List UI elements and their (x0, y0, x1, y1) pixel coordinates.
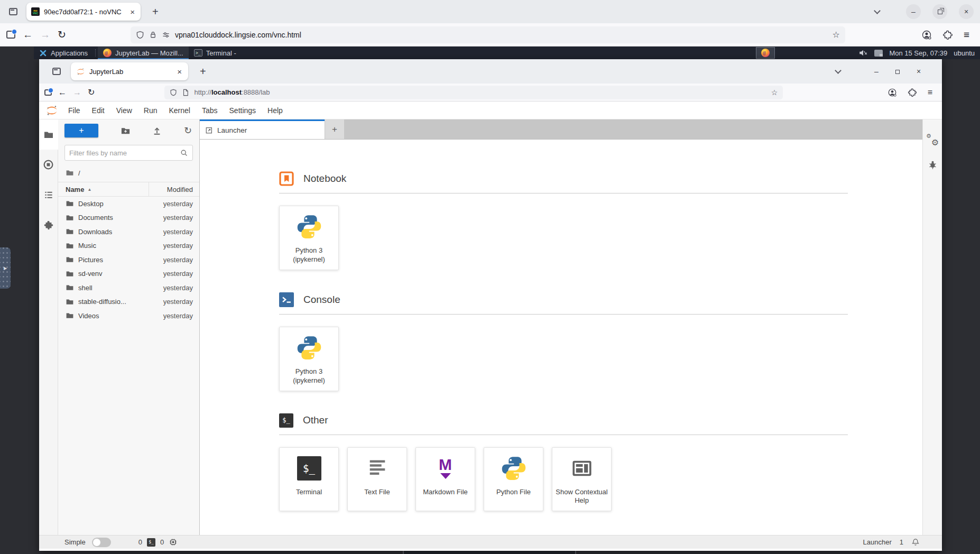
file-row[interactable]: Picturesyesterday (58, 253, 199, 267)
firefox-view-button[interactable] (5, 4, 21, 20)
host-maximize-button[interactable] (932, 4, 947, 19)
menu-settings[interactable]: Settings (224, 106, 262, 115)
app-menu-icon[interactable]: ≡ (928, 88, 932, 97)
tray-firefox-button[interactable] (756, 47, 775, 59)
breadcrumb[interactable]: / (58, 166, 199, 182)
section-title: Other (303, 414, 328, 426)
sidebar-tab-file-browser[interactable] (39, 119, 58, 150)
panel-clock[interactable]: Mon 15 Sep, 07:39 (889, 49, 947, 57)
host-close-button[interactable]: × (959, 4, 974, 19)
menu-kernel[interactable]: Kernel (163, 106, 196, 115)
launcher-card-python-file[interactable]: Python File (484, 447, 543, 512)
file-row[interactable]: Documentsyesterday (58, 211, 199, 225)
file-row[interactable]: Desktopyesterday (58, 197, 199, 211)
host-sidebar-toggle-button[interactable] (6, 31, 15, 39)
launcher-card-show-contextual-help[interactable]: Show Contextual Help (552, 447, 612, 512)
host-tab-close-icon[interactable]: × (129, 7, 136, 16)
file-list: DesktopyesterdayDocumentsyesterdayDownlo… (58, 197, 199, 535)
menu-edit[interactable]: Edit (86, 106, 110, 115)
sidebar-tab-table-of-contents[interactable] (39, 180, 58, 210)
task-button-terminal[interactable]: >_ Terminal - (189, 47, 242, 59)
new-launcher-button[interactable]: + (64, 124, 98, 137)
file-row[interactable]: stable-diffusio...yesterday (58, 295, 199, 309)
permissions-icon (162, 31, 170, 39)
breadcrumb-root: / (78, 169, 80, 177)
column-header-name[interactable]: Name ▲ (58, 186, 149, 193)
launcher-card-terminal[interactable]: $_Terminal (279, 447, 339, 512)
refresh-icon[interactable]: ↻ (184, 125, 192, 136)
launcher-card-text-file[interactable]: Text File (347, 447, 407, 512)
add-tab-button[interactable]: + (325, 119, 344, 139)
firefox-new-tab-button[interactable]: + (197, 66, 209, 78)
host-back-button[interactable]: ← (23, 29, 33, 41)
sidebar-tab-running[interactable] (39, 150, 58, 180)
file-row[interactable]: Musicyesterday (58, 239, 199, 253)
file-row[interactable]: Downloadsyesterday (58, 225, 199, 239)
firefox-tab-close-icon[interactable]: × (176, 67, 183, 76)
tab-list-chevron-icon[interactable] (874, 7, 881, 14)
applications-menu-button[interactable]: Applications (34, 47, 93, 59)
file-browser-toolbar: + ↻ (58, 119, 199, 142)
menu-help[interactable]: Help (262, 106, 289, 115)
section-header: Console (279, 292, 848, 307)
file-row[interactable]: shellyesterday (58, 281, 199, 295)
firefox-maximize-button[interactable] (887, 67, 908, 76)
host-tab-novnc[interactable]: noVNC 90ec7dd0af72:1 - noVNC × (26, 3, 141, 21)
launcher-card-markdown-file[interactable]: M Markdown File (415, 447, 475, 512)
firefox-tab-list-chevron-icon[interactable] (835, 67, 842, 74)
shield-icon (136, 31, 144, 39)
simple-mode-toggle[interactable] (92, 538, 111, 547)
card-label: Markdown File (423, 488, 468, 497)
firefox-view-button-inner[interactable] (49, 63, 64, 79)
column-header-modified[interactable]: Modified (149, 182, 199, 196)
account-icon[interactable] (887, 88, 897, 97)
extensions-puzzle-icon[interactable] (908, 88, 917, 97)
sidebar-tab-extensions[interactable] (39, 210, 58, 240)
menu-run[interactable]: Run (138, 106, 163, 115)
app-menu-icon[interactable]: ≡ (964, 29, 969, 41)
host-reload-button[interactable]: ↻ (58, 29, 66, 41)
section-title: Notebook (303, 173, 346, 184)
host-forward-button[interactable]: → (40, 29, 50, 41)
host-url-bar[interactable]: vpna01clouddock.lingsie.com/vnc.html ☆ (131, 26, 845, 43)
launcher-card-python-3-ipykernel[interactable]: Python 3 (ipykernel) (279, 327, 339, 391)
tab-launcher[interactable]: Launcher (200, 119, 325, 139)
firefox-reload-button[interactable]: ↻ (88, 87, 95, 97)
panel-drawer-handle[interactable]: ▶ (0, 247, 11, 289)
debugger-bug-icon[interactable] (928, 160, 938, 170)
menu-tabs[interactable]: Tabs (196, 106, 224, 115)
volume-muted-icon[interactable] (858, 49, 868, 57)
jupyterlab-activity-bar (39, 119, 58, 535)
notes-applet-icon[interactable] (874, 50, 883, 57)
firefox-sidebar-toggle-button[interactable] (44, 89, 52, 96)
bookmark-star-icon[interactable]: ☆ (833, 30, 840, 40)
sidebar-toggle-icon (44, 89, 52, 96)
file-row[interactable]: Videosyesterday (58, 309, 199, 323)
firefox-url-bar[interactable]: http://localhost:8888/lab ☆ (164, 86, 783, 99)
terminal-icon: $_ (297, 456, 321, 481)
folder-icon (43, 130, 54, 140)
current-activity-label[interactable]: Launcher (863, 538, 892, 546)
host-new-tab-button[interactable]: + (149, 6, 162, 18)
menu-view[interactable]: View (110, 106, 138, 115)
account-icon[interactable] (921, 30, 932, 40)
menu-file[interactable]: File (62, 106, 86, 115)
vnc-desktop: Applications JupyterLab — Mozill... >_ T… (0, 47, 980, 554)
task-button-jupyterlab[interactable]: JupyterLab — Mozill... (98, 47, 189, 59)
bell-icon[interactable] (911, 538, 920, 547)
firefox-back-button[interactable]: ← (58, 88, 67, 97)
firefox-minimize-button[interactable]: – (866, 67, 887, 76)
panel-user[interactable]: ubuntu (954, 49, 975, 57)
upload-icon[interactable] (152, 126, 162, 135)
filter-files-input[interactable] (69, 149, 180, 157)
extensions-puzzle-icon[interactable] (942, 30, 953, 40)
sidebar-tab-property-inspector[interactable]: ⚙ ⚙ (927, 135, 938, 146)
launcher-card-python-3-ipykernel[interactable]: Python 3 (ipykernel) (279, 206, 339, 270)
firefox-forward-button[interactable]: → (73, 88, 81, 97)
new-folder-icon[interactable] (121, 126, 131, 136)
file-row[interactable]: sd-venvyesterday (58, 267, 199, 281)
bookmark-star-icon[interactable]: ☆ (771, 88, 778, 97)
firefox-tab-jupyterlab[interactable]: JupyterLab × (71, 62, 188, 80)
host-minimize-button[interactable]: – (906, 4, 921, 19)
firefox-close-button[interactable]: × (908, 67, 929, 76)
